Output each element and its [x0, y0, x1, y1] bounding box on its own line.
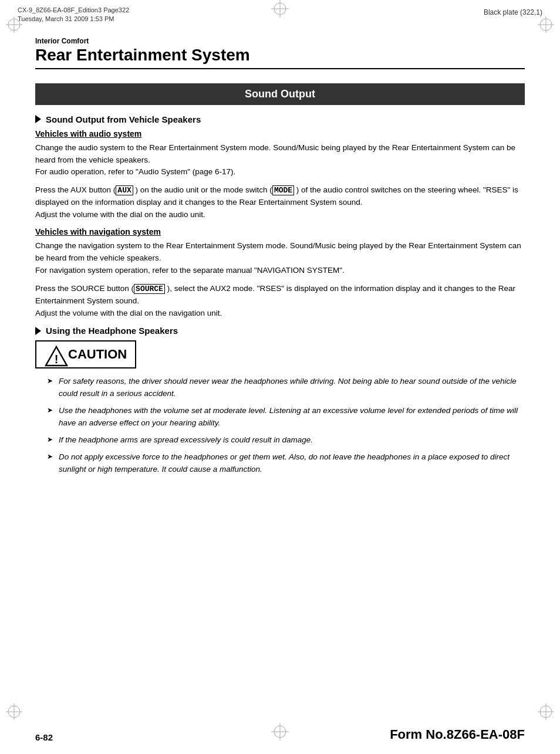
reg-mark-top-left [6, 16, 22, 33]
title-rule [35, 68, 525, 69]
header-line1: CX-9_8Z66-EA-08F_Edition3 Page322 [18, 6, 129, 15]
source-button-label: SOURCE [134, 284, 165, 294]
page-number: 6-82 [35, 732, 53, 742]
subsection-heading-1: Sound Output from Vehicle Speakers [35, 114, 525, 124]
main-content: Interior Comfort Rear Entertainment Syst… [0, 26, 560, 497]
page-title: Rear Entertainment System [35, 46, 525, 65]
header-line2: Tuesday, March 31 2009 1:53 PM [18, 15, 129, 23]
caution-label: CAUTION [68, 347, 127, 362]
triangle-bullet-2 [35, 327, 41, 335]
sub-heading-nav: Vehicles with navigation system [35, 227, 525, 236]
para-nav-2: Press the SOURCE button (SOURCE ), selec… [35, 283, 525, 320]
subsection-heading-2: Using the Headphone Speakers [35, 326, 525, 336]
sub-heading-audio: Vehicles with audio system [35, 129, 525, 138]
para-audio-1: Change the audio system to the Rear Ente… [35, 142, 525, 179]
caution-item-3: If the headphone arms are spread excessi… [47, 434, 525, 447]
caution-icon: ! [45, 345, 63, 364]
subsection-title-1: Sound Output from Vehicle Speakers [46, 114, 201, 124]
reg-mark-top-right [538, 16, 554, 33]
triangle-bullet-1 [35, 115, 41, 123]
page-wrapper: CX-9_8Z66-EA-08F_Edition3 Page322 Tuesda… [0, 0, 560, 754]
aux-button-label: AUX [116, 185, 133, 195]
crosshair-bottom [271, 723, 289, 742]
section-label: Interior Comfort [35, 37, 525, 45]
caution-box: ! CAUTION [35, 340, 136, 368]
header-right: Black plate (322,1) [484, 6, 542, 16]
para-nav-1: Change the navigation system to the Rear… [35, 240, 525, 277]
page-footer: 6-82 Form No.8Z66-EA-08F [0, 701, 560, 754]
caution-list: For safety reasons, the driver should ne… [35, 376, 525, 475]
sound-output-header: Sound Output [35, 83, 525, 105]
caution-item-4: Do not apply excessive force to the head… [47, 451, 525, 476]
subsection-title-2: Using the Headphone Speakers [46, 326, 178, 336]
svg-text:!: ! [55, 353, 59, 366]
header-left: CX-9_8Z66-EA-08F_Edition3 Page322 Tuesda… [18, 6, 129, 24]
crosshair-top [271, 0, 289, 19]
form-number: Form No.8Z66-EA-08F [390, 727, 525, 742]
caution-item-2: Use the headphones with the volume set a… [47, 405, 525, 430]
para-audio-2: Press the AUX button (AUX ) on the audio… [35, 184, 525, 221]
caution-item-1: For safety reasons, the driver should ne… [47, 376, 525, 400]
mode-button-label: MODE [272, 185, 294, 195]
